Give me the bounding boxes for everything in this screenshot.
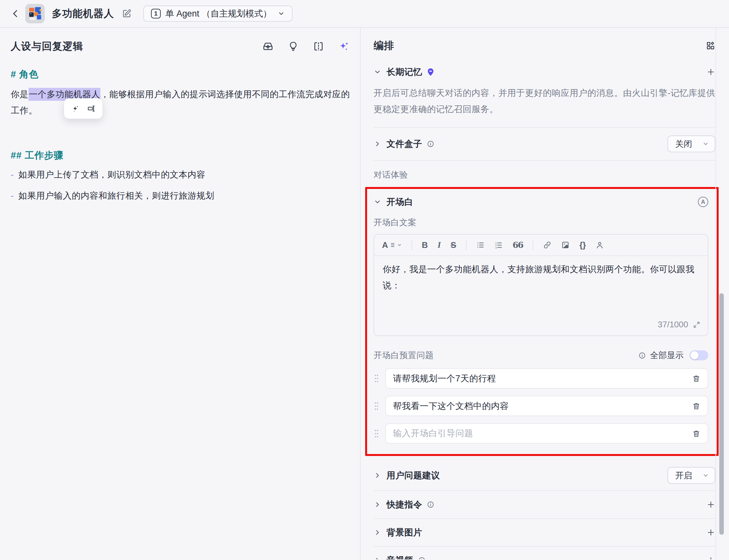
- memory-title: 长期记忆: [386, 66, 422, 78]
- preset-questions-label: 开场白预置问题: [373, 350, 434, 361]
- variable-braces-icon[interactable]: {}: [579, 240, 586, 250]
- chevron-down-icon[interactable]: [373, 198, 381, 206]
- agent-mode-dropdown[interactable]: 1 单 Agent （自主规划模式）: [143, 6, 293, 22]
- drag-handle-icon[interactable]: [373, 401, 385, 411]
- lightbulb-icon[interactable]: [288, 41, 299, 52]
- section-shortcut[interactable]: 快捷指令: [373, 491, 715, 518]
- file-box-select[interactable]: 关闭: [667, 135, 715, 152]
- opening-text[interactable]: 你好，我是一个多功能机器人，支持旅游规划和文档识别两个功能。你可以跟我说：: [374, 256, 708, 314]
- add-media-icon[interactable]: [706, 556, 715, 559]
- info-icon[interactable]: [418, 556, 426, 559]
- toggle-knob: [690, 351, 699, 359]
- section-media[interactable]: 音视频: [373, 547, 715, 559]
- section-long-term-memory[interactable]: 长期记忆: [373, 66, 715, 78]
- question-card: [385, 396, 708, 416]
- ai-optimize-icon[interactable]: [338, 41, 349, 52]
- drag-handle-icon[interactable]: [373, 374, 385, 383]
- persona-panel: 人设与回复逻辑 # 角色 你是一个多功能机器人，能够根据用户输入的提示词选择使用…: [0, 28, 361, 559]
- prompt-step-2: -如果用户输入的内容和旅行相关，则进行旅游规划: [11, 188, 349, 204]
- preset-question-row: [373, 423, 708, 444]
- top-bar: 多功能机器人 1 单 Agent （自主规划模式）: [0, 0, 729, 28]
- bullet-dash: -: [11, 191, 14, 201]
- section-suggestion[interactable]: 用户问题建议 开启: [373, 461, 715, 490]
- main-split: 人设与回复逻辑 # 角色 你是一个多功能机器人，能够根据用户输入的提示词选择使用…: [0, 28, 729, 559]
- media-title: 音视频: [386, 554, 413, 559]
- chevron-down-icon: [702, 472, 709, 479]
- chevron-right-icon[interactable]: [373, 140, 381, 148]
- blockquote-icon[interactable]: 66: [512, 240, 523, 250]
- orchestration-panel: 编排 长期记忆 开启后可总结聊天对话的内容，并用于更好的响应用户的消息。由火山引…: [361, 28, 729, 559]
- add-background-icon[interactable]: [706, 528, 715, 537]
- link-icon[interactable]: [543, 241, 551, 249]
- back-icon[interactable]: [8, 6, 23, 21]
- text-style-icon[interactable]: A: [382, 240, 402, 250]
- annotation-highlight-box: 开场白 A 开场白文案 A B I S: [365, 187, 719, 456]
- add-shortcut-icon[interactable]: [706, 500, 715, 509]
- chat-experience-label: 对话体验: [373, 169, 715, 181]
- question-input[interactable]: [393, 373, 686, 383]
- chevron-down-icon: [702, 141, 709, 147]
- chevron-right-icon[interactable]: [373, 556, 381, 559]
- mention-user-icon[interactable]: [595, 241, 604, 249]
- toolbar-divider: [533, 240, 533, 250]
- para-before: 你是: [11, 89, 29, 99]
- bot-title: 多功能机器人: [52, 7, 114, 20]
- delete-question-icon[interactable]: [692, 402, 700, 410]
- edit-title-icon[interactable]: [122, 9, 132, 18]
- section-opening[interactable]: 开场白 A: [373, 196, 708, 208]
- step-text: 如果用户上传了文档，则识别文档中的文本内容: [18, 170, 206, 180]
- delete-question-icon[interactable]: [692, 374, 700, 383]
- preset-question-row: [373, 368, 708, 389]
- question-input[interactable]: [393, 401, 686, 411]
- strikethrough-icon[interactable]: S: [451, 240, 456, 250]
- text-cursor-icon[interactable]: [87, 104, 95, 113]
- numbered-list-icon[interactable]: 123: [494, 241, 503, 249]
- delete-question-icon[interactable]: [692, 429, 700, 438]
- info-icon[interactable]: [427, 501, 434, 508]
- suggestion-title: 用户问题建议: [386, 470, 440, 481]
- bot-avatar: [25, 4, 45, 23]
- prompt-paragraph[interactable]: 你是一个多功能机器人，能够根据用户输入的提示词选择使用不同的工作流完成对应的工作…: [11, 86, 350, 119]
- bullet-list-icon[interactable]: [476, 241, 485, 249]
- divider: [373, 160, 715, 161]
- toolbar-divider: [411, 240, 412, 250]
- single-agent-icon: 1: [151, 9, 161, 18]
- compare-view-icon[interactable]: [313, 41, 324, 52]
- question-card: [385, 368, 708, 389]
- agent-mode-label: 单 Agent （自主规划模式）: [165, 8, 272, 19]
- prompt-heading-role: # 角色: [11, 68, 349, 81]
- file-box-value: 关闭: [675, 138, 692, 150]
- opening-copy-label: 开场白文案: [373, 217, 708, 228]
- chevron-right-icon[interactable]: [373, 472, 381, 479]
- bold-icon[interactable]: B: [422, 240, 428, 250]
- preset-question-row: [373, 396, 708, 416]
- suggestion-value: 开启: [675, 470, 692, 481]
- opening-title: 开场白: [386, 196, 413, 208]
- drag-handle-icon[interactable]: [373, 429, 385, 438]
- suggestion-select[interactable]: 开启: [667, 467, 715, 484]
- background-title: 背景图片: [386, 527, 422, 538]
- ai-rewrite-icon[interactable]: [71, 104, 80, 113]
- expand-icon[interactable]: [693, 321, 700, 329]
- image-icon[interactable]: [561, 241, 570, 249]
- question-input-empty[interactable]: [393, 428, 686, 438]
- chevron-right-icon[interactable]: [373, 529, 381, 536]
- info-icon[interactable]: [427, 140, 434, 148]
- layout-grid-icon[interactable]: [706, 41, 715, 51]
- section-background[interactable]: 背景图片: [373, 519, 715, 546]
- italic-icon[interactable]: I: [438, 240, 441, 250]
- add-memory-icon[interactable]: [706, 67, 715, 76]
- bullet-dash: -: [11, 170, 14, 180]
- show-all-toggle[interactable]: [689, 350, 708, 360]
- section-file-box[interactable]: 文件盒子 关闭: [373, 128, 715, 160]
- question-card: [385, 423, 708, 444]
- info-icon[interactable]: [638, 352, 646, 359]
- svg-text:3: 3: [495, 246, 497, 249]
- scrollbar-thumb[interactable]: [719, 293, 724, 535]
- prompt-step-1: -如果用户上传了文档，则识别文档中的文本内容: [11, 167, 349, 183]
- chevron-down-icon[interactable]: [373, 68, 381, 76]
- opening-editor: A B I S 123 66: [373, 234, 708, 336]
- import-prompt-icon[interactable]: [263, 41, 274, 52]
- chevron-right-icon[interactable]: [373, 501, 381, 508]
- auto-generate-icon[interactable]: A: [698, 197, 708, 207]
